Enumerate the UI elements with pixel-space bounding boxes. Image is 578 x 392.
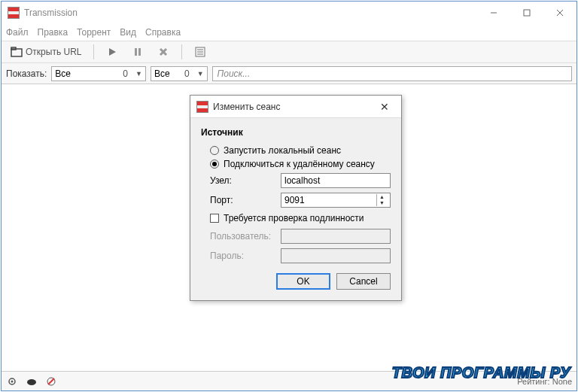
pause-button[interactable]: [127, 44, 148, 60]
tracker-filter-combo[interactable]: Все 0 ▼: [151, 66, 208, 81]
host-input[interactable]: localhost: [281, 173, 391, 188]
svg-line-19: [48, 378, 54, 384]
start-button[interactable]: [102, 44, 123, 60]
radio-local-session[interactable]: Запустить локальный сеанс: [201, 144, 391, 157]
username-label: Пользователь:: [210, 231, 275, 242]
menu-torrent[interactable]: Торрент: [77, 27, 111, 38]
status-filter-count: 0: [120, 68, 131, 79]
dialog-titlebar: Изменить сеанс ✕: [190, 96, 401, 118]
tracker-filter-count: 0: [181, 68, 193, 79]
port-value: 9091: [284, 195, 305, 205]
open-url-label: Открыть URL: [26, 47, 81, 57]
remove-icon: [157, 46, 169, 58]
auth-label: Требуется проверка подлинности: [224, 213, 364, 223]
host-value: localhost: [284, 175, 320, 186]
list-icon: [194, 46, 206, 58]
password-label: Пароль:: [210, 251, 275, 261]
menu-edit[interactable]: Правка: [38, 27, 68, 38]
close-button[interactable]: [543, 2, 576, 24]
status-filter-value: Все: [55, 68, 115, 79]
cancel-button[interactable]: Cancel: [336, 273, 391, 290]
turtle-icon[interactable]: [26, 375, 38, 387]
svg-point-17: [27, 379, 36, 385]
dialog-title: Изменить сеанс: [213, 102, 374, 112]
transmission-icon: [196, 101, 208, 113]
chevron-down-icon: ▼: [135, 70, 142, 77]
ok-button[interactable]: OK: [276, 273, 330, 290]
radio-icon: [210, 146, 219, 155]
radio-remote-label: Подключиться к удалённому сеансу: [224, 159, 375, 169]
search-placeholder: Поиск...: [218, 68, 251, 79]
tracker-filter-value: Все: [154, 68, 177, 79]
show-label: Показать:: [6, 68, 47, 79]
status-filter-combo[interactable]: Все 0 ▼: [51, 66, 146, 81]
username-input: [281, 229, 391, 244]
toolbar: Открыть URL: [2, 41, 576, 63]
toolbar-separator: [181, 44, 182, 59]
menubar: Файл Правка Торрент Вид Справка: [2, 24, 576, 41]
minimize-button[interactable]: [477, 2, 510, 24]
port-label: Порт:: [210, 195, 275, 205]
host-label: Узел:: [210, 175, 275, 186]
remove-button[interactable]: [153, 44, 174, 60]
pause-icon: [132, 46, 144, 58]
open-url-button[interactable]: Открыть URL: [6, 44, 86, 60]
titlebar: Transmission: [2, 2, 576, 24]
folder-icon: [11, 46, 23, 58]
play-icon: [106, 46, 118, 58]
gear-icon[interactable]: [6, 375, 18, 387]
checkbox-icon: [210, 214, 219, 223]
svg-point-16: [11, 380, 14, 382]
change-session-dialog: Изменить сеанс ✕ Источник Запустить лока…: [190, 95, 402, 301]
svg-rect-8: [138, 48, 141, 56]
svg-marker-6: [109, 48, 116, 56]
svg-rect-7: [135, 48, 137, 56]
port-input[interactable]: 9091 ▲▼: [281, 193, 391, 208]
chevron-down-icon: ▼: [197, 70, 204, 77]
window-title: Transmission: [24, 8, 477, 18]
network-icon[interactable]: [45, 375, 57, 387]
radio-icon-selected: [210, 160, 219, 169]
radio-local-label: Запустить локальный сеанс: [224, 145, 341, 156]
search-input[interactable]: Поиск...: [212, 66, 572, 81]
filterbar: Показать: Все 0 ▼ Все 0 ▼ Поиск...: [2, 63, 576, 84]
toolbar-separator: [93, 44, 94, 59]
watermark: ТВОИ ПРОГРАММЫ РУ: [392, 364, 570, 381]
menu-help[interactable]: Справка: [145, 27, 181, 38]
maximize-button[interactable]: [510, 2, 543, 24]
properties-button[interactable]: [190, 44, 211, 60]
section-heading: Источник: [201, 127, 391, 138]
transmission-icon: [8, 7, 20, 19]
menu-file[interactable]: Файл: [6, 27, 29, 38]
spinner-buttons[interactable]: ▲▼: [376, 194, 387, 206]
svg-rect-1: [524, 10, 530, 16]
radio-remote-session[interactable]: Подключиться к удалённому сеансу: [201, 157, 391, 171]
auth-checkbox-row[interactable]: Требуется проверка подлинности: [201, 210, 391, 226]
dialog-close-button[interactable]: ✕: [374, 101, 395, 113]
password-input: [281, 248, 391, 263]
menu-view[interactable]: Вид: [120, 27, 136, 38]
